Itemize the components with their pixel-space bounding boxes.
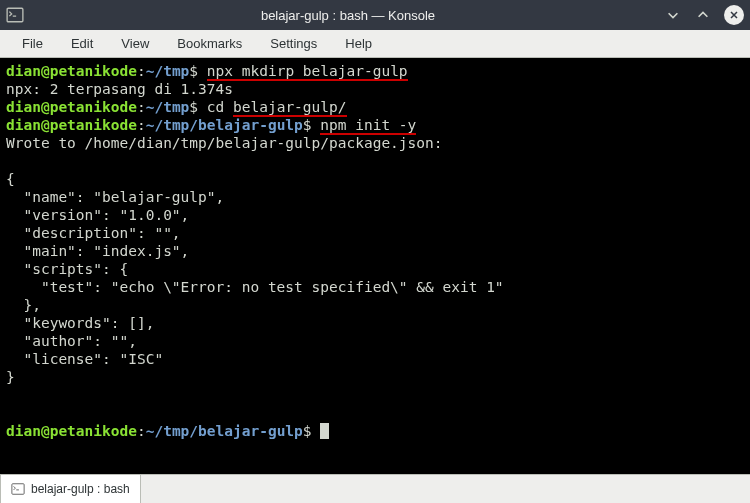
terminal-icon: [6, 6, 24, 24]
prompt-colon: :: [137, 99, 146, 115]
prompt-path: ~/tmp: [146, 63, 190, 79]
menu-bar: File Edit View Bookmarks Settings Help: [0, 30, 750, 58]
tab-label: belajar-gulp : bash: [31, 482, 130, 496]
prompt-user: dian@petanikode: [6, 423, 137, 439]
prompt-dollar: $: [189, 99, 206, 115]
window-title: belajar-gulp : bash — Konsole: [32, 8, 664, 23]
terminal-output: "license": "ISC": [6, 351, 163, 367]
terminal-area[interactable]: dian@petanikode:~/tmp$ npx mkdirp belaja…: [0, 58, 750, 474]
terminal-output: "main": "index.js",: [6, 243, 189, 259]
prompt-colon: :: [137, 423, 146, 439]
prompt-colon: :: [137, 63, 146, 79]
terminal-output: "scripts": {: [6, 261, 128, 277]
terminal-output: },: [6, 297, 41, 313]
menu-settings[interactable]: Settings: [256, 32, 331, 55]
prompt-user: dian@petanikode: [6, 117, 137, 133]
maximize-button[interactable]: [694, 6, 712, 24]
command-text: npx mkdirp belajar-gulp: [207, 63, 408, 79]
terminal-output: npx: 2 terpasang di 1.374s: [6, 81, 233, 97]
menu-view[interactable]: View: [107, 32, 163, 55]
tab-terminal[interactable]: belajar-gulp : bash: [0, 475, 141, 503]
terminal-output: "description": "",: [6, 225, 181, 241]
terminal-icon: [11, 482, 25, 496]
terminal-output: "name": "belajar-gulp",: [6, 189, 224, 205]
svg-rect-1: [12, 484, 24, 495]
close-button[interactable]: [724, 5, 744, 25]
prompt-path: ~/tmp: [146, 99, 190, 115]
prompt-colon: :: [137, 117, 146, 133]
prompt-dollar: $: [189, 63, 206, 79]
tab-bar: belajar-gulp : bash: [0, 474, 750, 503]
window-titlebar: belajar-gulp : bash — Konsole: [0, 0, 750, 30]
menu-help[interactable]: Help: [331, 32, 386, 55]
prompt-dollar: $: [303, 117, 320, 133]
svg-rect-0: [7, 8, 23, 22]
prompt-dollar: $: [303, 423, 320, 439]
terminal-output: }: [6, 369, 15, 385]
prompt-user: dian@petanikode: [6, 99, 137, 115]
terminal-output: "keywords": [],: [6, 315, 154, 331]
terminal-output: "author": "",: [6, 333, 137, 349]
command-text: npm init -y: [320, 117, 416, 133]
command-text: belajar-gulp/: [233, 99, 347, 115]
prompt-path: ~/tmp/belajar-gulp: [146, 117, 303, 133]
terminal-output: "version": "1.0.0",: [6, 207, 189, 223]
cursor: [320, 423, 329, 439]
window-controls: [664, 5, 744, 25]
command-text: cd: [207, 99, 233, 115]
prompt-user: dian@petanikode: [6, 63, 137, 79]
menu-bookmarks[interactable]: Bookmarks: [163, 32, 256, 55]
menu-file[interactable]: File: [8, 32, 57, 55]
terminal-output: {: [6, 171, 15, 187]
prompt-path: ~/tmp/belajar-gulp: [146, 423, 303, 439]
minimize-button[interactable]: [664, 6, 682, 24]
terminal-output: "test": "echo \"Error: no test specified…: [6, 279, 504, 295]
terminal-output: Wrote to /home/dian/tmp/belajar-gulp/pac…: [6, 135, 443, 151]
menu-edit[interactable]: Edit: [57, 32, 107, 55]
